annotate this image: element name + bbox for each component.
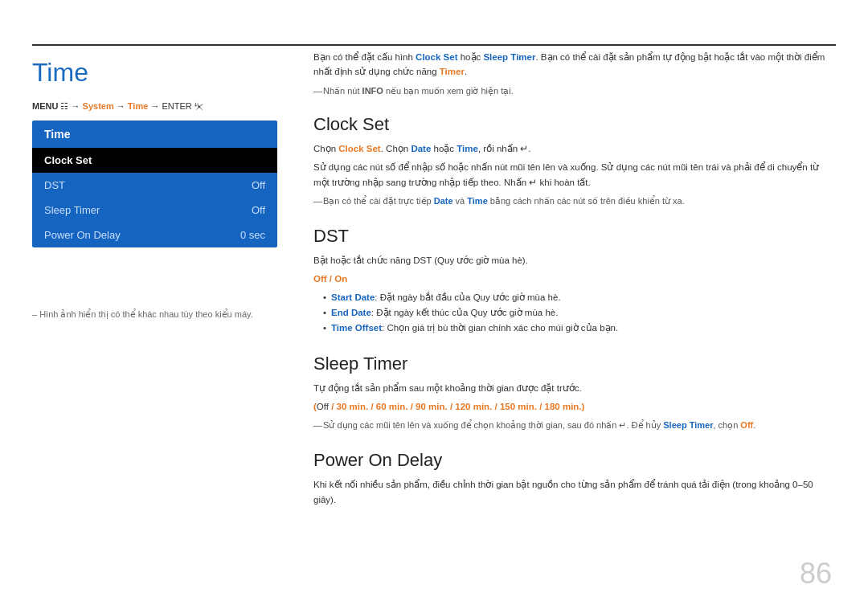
content-area: Bạn có thể đặt cấu hình Clock Set hoặc S… bbox=[313, 50, 836, 511]
section-dst: DST Bật hoặc tắt chức năng DST (Quy ước … bbox=[313, 226, 836, 336]
clock-set-note: Bạn có thể cài đặt trực tiếp Date và Tim… bbox=[313, 194, 836, 208]
menu-item-dst-label: DST bbox=[44, 179, 65, 191]
dst-bullet-start: Start Date: Đặt ngày bắt đầu của Quy ước… bbox=[323, 290, 836, 305]
power-on-delay-title: Power On Delay bbox=[313, 450, 836, 471]
menu-item-clock-set-label: Clock Set bbox=[44, 154, 92, 166]
menu-item-sleep-timer-label: Sleep Timer bbox=[44, 204, 100, 216]
section-sleep-timer: Sleep Timer Tự động tắt sản phẩm sau một… bbox=[313, 353, 836, 432]
clock-set-para2: Sử dụng các nút số để nhập số hoặc nhấn … bbox=[313, 160, 836, 190]
sleep-timer-para1: Tự động tắt sản phẩm sau một khoảng thời… bbox=[313, 381, 836, 396]
dst-title: DST bbox=[313, 226, 836, 247]
menu-item-power-on-delay-value: 0 sec bbox=[240, 229, 265, 241]
menu-item-sleep-timer[interactable]: Sleep Timer Off bbox=[32, 198, 277, 223]
page-number: 86 bbox=[800, 557, 832, 591]
power-on-delay-para1: Khi kết nối nhiều sản phẩm, điều chỉnh t… bbox=[313, 477, 836, 508]
section-clock-set: Clock Set Chọn Clock Set. Chọn Date hoặc… bbox=[313, 114, 836, 208]
page-title: Time bbox=[32, 58, 88, 88]
dst-options: Off / On bbox=[313, 272, 836, 287]
menu-item-power-on-delay[interactable]: Power On Delay 0 sec bbox=[32, 223, 277, 247]
dst-bullet-list: Start Date: Đặt ngày bắt đầu của Quy ước… bbox=[313, 290, 836, 336]
clock-set-para1: Chọn Clock Set. Chọn Date hoặc Time, rồi… bbox=[313, 141, 836, 157]
sleep-timer-title: Sleep Timer bbox=[313, 353, 836, 374]
tv-menu-panel: Time Clock Set DST Off Sleep Timer Off P… bbox=[32, 121, 277, 247]
menu-system: System bbox=[83, 101, 114, 111]
section-power-on-delay: Power On Delay Khi kết nối nhiều sản phẩ… bbox=[313, 450, 836, 508]
top-border bbox=[32, 44, 836, 46]
menu-item-power-on-delay-label: Power On Delay bbox=[44, 229, 121, 241]
menu-item-dst[interactable]: DST Off bbox=[32, 173, 277, 198]
power-on-delay-body: Khi kết nối nhiều sản phẩm, điều chỉnh t… bbox=[313, 477, 836, 508]
clock-set-title: Clock Set bbox=[313, 114, 836, 135]
clock-set-body: Chọn Clock Set. Chọn Date hoặc Time, rồi… bbox=[313, 141, 836, 208]
dst-body: Bật hoặc tắt chức năng DST (Quy ước giờ … bbox=[313, 253, 836, 336]
menu-path: MENU ☷ → System → Time → ENTER ⏧ bbox=[32, 101, 203, 112]
sleep-timer-body: Tự động tắt sản phẩm sau một khoảng thời… bbox=[313, 381, 836, 432]
menu-text: MENU bbox=[32, 101, 60, 111]
tv-menu-header: Time bbox=[32, 121, 277, 148]
menu-item-dst-value: Off bbox=[252, 179, 265, 191]
dst-bullet-offset: Time Offset: Chọn giá trị bù thời gian c… bbox=[323, 321, 836, 336]
menu-item-clock-set[interactable]: Clock Set bbox=[32, 148, 277, 173]
sleep-timer-note: Sử dụng các mũi tên lên và xuống để chọn… bbox=[313, 418, 836, 432]
menu-time: Time bbox=[128, 101, 148, 111]
intro-note: Nhấn nút INFO nếu bạn muốn xem giờ hiện … bbox=[313, 86, 836, 96]
sleep-timer-options: (Off / 30 min. / 60 min. / 90 min. / 120… bbox=[313, 399, 836, 415]
dst-para1: Bật hoặc tắt chức năng DST (Quy ước giờ … bbox=[313, 253, 836, 268]
footnote: – Hình ảnh hiển thị có thể khác nhau tùy… bbox=[32, 309, 253, 320]
menu-item-sleep-timer-value: Off bbox=[252, 204, 265, 216]
intro-paragraph: Bạn có thể đặt cấu hình Clock Set hoặc S… bbox=[313, 50, 836, 80]
dst-bullet-end: End Date: Đặt ngày kết thúc của Quy ước … bbox=[323, 305, 836, 321]
